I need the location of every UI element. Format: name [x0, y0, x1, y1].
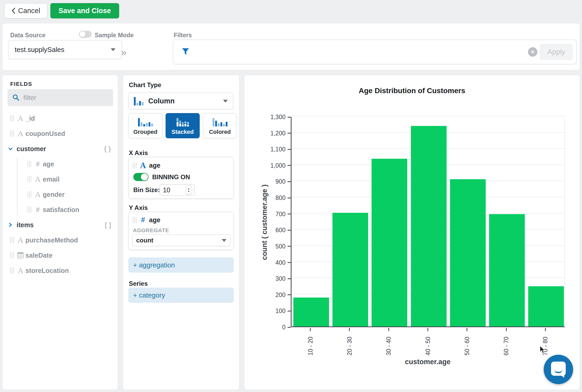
chart-preview-panel: Age Distribution of Customers count ( cu… — [244, 75, 580, 390]
y-tick-mark — [288, 198, 291, 198]
x-axis-label: X Axis — [129, 149, 148, 157]
mouse-cursor — [539, 345, 547, 354]
bin-size-stepper[interactable]: ▲▼ — [185, 186, 192, 194]
drag-handle[interactable] — [133, 217, 136, 223]
add-category-button[interactable]: + category — [128, 288, 234, 303]
x-axis-field-name: age — [149, 162, 160, 169]
field-row-_id[interactable]: A_id — [2, 111, 118, 126]
y-tick-mark — [288, 230, 291, 231]
field-search-box[interactable] — [8, 89, 113, 106]
binning-label: BINNING ON — [152, 173, 190, 181]
field-row-purchaseMethod[interactable]: ApurchaseMethod — [2, 232, 118, 248]
chevron-down-icon[interactable] — [8, 147, 13, 151]
x-tick-label: 10 - 20 — [307, 332, 314, 361]
y-tick-label: 800 — [262, 194, 285, 202]
string-type-icon: A — [34, 175, 42, 183]
datasource-select[interactable]: test.supplySales — [8, 40, 122, 59]
drag-handle-icon[interactable] — [28, 191, 31, 198]
chevron-left-icon — [11, 8, 15, 14]
drag-handle-icon[interactable] — [28, 176, 31, 182]
field-row-items[interactable]: items[ ] — [2, 217, 118, 232]
add-aggregation-button[interactable]: + aggregation — [128, 257, 234, 273]
bar-60-70[interactable] — [489, 214, 525, 326]
x-axis-field[interactable]: A age — [129, 157, 234, 169]
apply-button[interactable]: Apply — [540, 44, 573, 60]
y-tick-mark — [288, 133, 291, 134]
field-row-customer[interactable]: customer{ } — [2, 141, 118, 156]
field-row-storeLocation[interactable]: AstoreLocation — [2, 263, 118, 278]
add-category-label: + category — [133, 291, 165, 299]
field-name: satisfaction — [43, 206, 79, 214]
chat-launcher-button[interactable] — [544, 355, 573, 384]
bar-40-50[interactable] — [411, 126, 447, 326]
string-type-icon: A — [34, 190, 42, 198]
calendar-icon — [17, 252, 24, 258]
drag-handle-icon[interactable] — [10, 252, 14, 258]
clear-filters-button[interactable]: × — [528, 47, 537, 57]
mode-button-colored[interactable]: Colored — [203, 113, 237, 138]
chevron-right-icon[interactable] — [8, 223, 13, 227]
bar-50-60[interactable] — [450, 179, 486, 326]
drag-handle-icon[interactable] — [10, 130, 14, 137]
string-type-icon: A — [139, 161, 147, 169]
field-name: purchaseMethod — [25, 236, 78, 244]
bar-20-30[interactable] — [332, 213, 368, 326]
y-tick-mark — [288, 327, 291, 328]
x-tick-label: 40 - 50 — [425, 332, 431, 361]
field-row-couponUsed[interactable]: AcouponUsed — [2, 126, 118, 141]
filters-label: Filters — [174, 32, 192, 39]
mode-button-grouped[interactable]: Grouped — [128, 113, 162, 138]
drag-handle-icon[interactable] — [10, 115, 14, 121]
aggregate-select[interactable]: count — [132, 235, 230, 246]
drag-handle-icon[interactable] — [28, 206, 31, 213]
x-tick-mark — [427, 328, 428, 331]
y-tick-mark — [288, 246, 291, 247]
datasource-label: Data Source — [10, 32, 45, 39]
x-tick-mark — [506, 328, 507, 331]
bar-70-80[interactable] — [528, 286, 564, 326]
field-row-email[interactable]: Aemail — [2, 172, 118, 187]
bar-30-40[interactable] — [372, 159, 407, 326]
chart-type-label: Chart Type — [129, 81, 161, 89]
filters-input[interactable]: × Apply — [173, 40, 576, 64]
cancel-label: Cancel — [18, 7, 40, 15]
drag-handle-icon[interactable] — [10, 267, 14, 274]
chart-builder-screen: Cancel Save and Close Data Source Sample… — [0, 0, 582, 392]
chart-type-select[interactable]: Column — [128, 93, 233, 109]
object-type-badge: { } — [104, 145, 111, 153]
cancel-button[interactable]: Cancel — [4, 3, 47, 18]
aggregate-label: AGGREGATE — [133, 227, 169, 234]
field-name: items — [17, 221, 34, 229]
field-row-saleDate[interactable]: saleDate — [2, 248, 118, 263]
bar-10-20[interactable] — [293, 298, 329, 326]
drag-handle-icon[interactable] — [10, 237, 14, 243]
column-chart-icon — [134, 97, 144, 105]
field-row-satisfaction[interactable]: #satisfaction — [2, 202, 118, 217]
number-type-icon: # — [34, 206, 42, 213]
y-axis-field-name: age — [149, 216, 160, 224]
sample-mode-toggle[interactable] — [79, 31, 92, 38]
field-row-gender[interactable]: Agender — [2, 187, 118, 202]
field-search-input[interactable] — [23, 94, 102, 102]
mode-label: Stacked — [172, 129, 194, 135]
x-tick-mark — [310, 328, 311, 331]
binning-toggle[interactable] — [133, 173, 149, 181]
drag-handle-icon[interactable] — [28, 161, 31, 167]
y-tick-label: 200 — [262, 292, 285, 299]
number-type-icon: # — [139, 216, 147, 224]
y-axis-field[interactable]: # age — [129, 212, 234, 224]
y-tick-label: 500 — [262, 243, 285, 250]
datasource-value: test.supplySales — [15, 46, 64, 54]
y-tick-mark — [288, 214, 291, 214]
mode-button-stacked[interactable]: Stacked — [166, 113, 200, 138]
save-and-close-button[interactable]: Save and Close — [50, 3, 119, 18]
drag-handle[interactable] — [133, 162, 136, 169]
y-tick-label: 0 — [262, 324, 285, 331]
field-name: gender — [43, 191, 65, 198]
field-row-age[interactable]: #age — [2, 156, 118, 172]
field-name: saleDate — [25, 252, 52, 259]
y-tick-label: 300 — [262, 275, 285, 282]
save-label: Save and Close — [59, 7, 111, 15]
search-icon — [12, 94, 20, 101]
x-tick-label: 50 - 60 — [464, 332, 470, 361]
